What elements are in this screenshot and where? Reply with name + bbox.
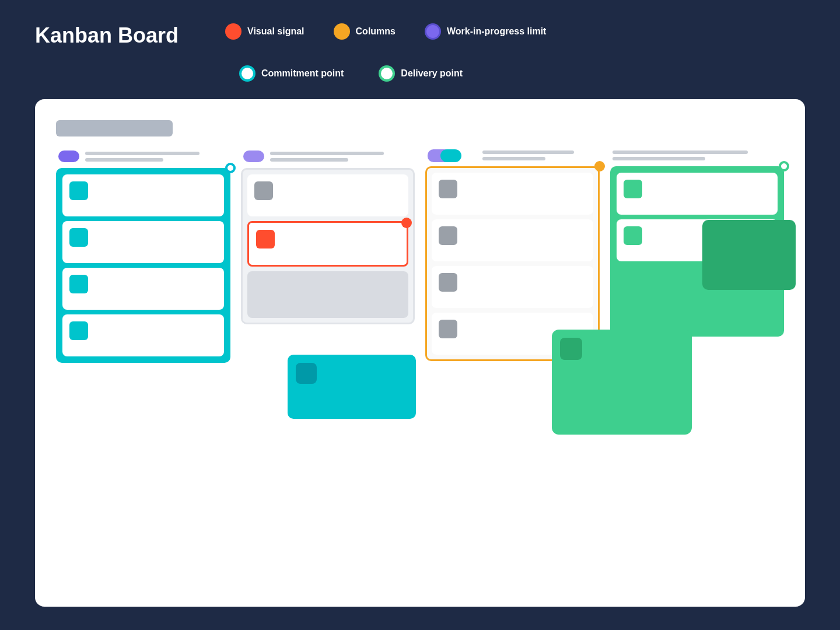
kanban-column-2	[241, 150, 415, 324]
col2-line2	[270, 158, 348, 162]
col2-ghost-card	[247, 271, 409, 318]
col1-header	[56, 150, 230, 162]
visual-signal-dot	[401, 218, 412, 228]
col3-header	[425, 150, 600, 160]
col4-card1	[617, 173, 778, 215]
page-title: Kanban Board	[35, 23, 178, 48]
col3-card1-icon	[439, 180, 457, 198]
col2-lines	[270, 152, 413, 162]
col1-line1	[85, 152, 200, 155]
big-block-icon	[560, 338, 582, 360]
board-title-bar	[56, 120, 784, 136]
columns-area	[56, 150, 784, 586]
col4-card1-icon	[624, 180, 642, 198]
col3-card4-icon	[439, 320, 457, 338]
col4-lines	[612, 150, 782, 160]
commitment-dot-col1	[225, 163, 236, 173]
col3-pill-teal	[440, 149, 461, 162]
wip-limit-icon	[425, 23, 441, 40]
drag-card	[288, 355, 416, 419]
col2-line1	[270, 152, 384, 155]
col2-card1	[247, 174, 409, 216]
col1-card3	[62, 268, 224, 310]
col3-line2	[482, 157, 545, 160]
col4-card2-icon	[624, 226, 642, 245]
col1-card1	[62, 174, 224, 216]
legend-item-wip: Work-in-progress limit	[425, 23, 546, 40]
col2-card2-red	[247, 221, 409, 267]
col3-card3-icon	[439, 273, 457, 292]
col3-card3	[432, 266, 593, 308]
delivery-dot-col4	[779, 161, 789, 172]
col4-line1	[612, 150, 748, 154]
commitment-point-label: Commitment point	[261, 68, 344, 79]
delivery-point-icon	[379, 65, 395, 82]
kanban-column-4	[610, 150, 785, 337]
col3-lines	[482, 150, 597, 160]
col1-card4	[62, 314, 224, 356]
col1-card3-icon	[69, 275, 88, 293]
col3-line1	[482, 150, 574, 154]
col3-card2	[432, 219, 593, 261]
col1-body	[56, 168, 230, 363]
col1-card1-icon	[69, 181, 88, 200]
col1-card4-icon	[69, 321, 88, 340]
columns-label: Columns	[356, 26, 396, 37]
col2-body	[241, 168, 415, 324]
visual-signal-icon	[225, 23, 242, 40]
visual-signal-label: Visual signal	[247, 26, 304, 37]
board-title-placeholder	[56, 120, 173, 136]
col3-card1	[432, 173, 593, 215]
col1-pill	[58, 150, 79, 162]
dark-green-extension	[702, 220, 796, 290]
drag-card-icon	[296, 363, 317, 384]
col2-card1-icon	[254, 181, 273, 200]
col1-card2	[62, 221, 224, 263]
delivery-point-label: Delivery point	[401, 68, 463, 79]
col3-card2-icon	[439, 226, 457, 245]
col2-header	[241, 150, 415, 162]
col1-card2-icon	[69, 228, 88, 247]
legend-row2: Commitment point Delivery point	[239, 65, 805, 82]
wip-limit-label: Work-in-progress limit	[447, 26, 546, 37]
kanban-board	[35, 99, 805, 607]
col4-header	[610, 150, 785, 160]
col2-pill	[243, 150, 264, 162]
legend-item-commitment: Commitment point	[239, 65, 344, 82]
wip-limit-dot	[594, 161, 605, 172]
legend: Visual signal Columns Work-in-progress l…	[225, 23, 546, 40]
legend-item-visual-signal: Visual signal	[225, 23, 304, 40]
kanban-column-1	[56, 150, 230, 363]
columns-icon	[334, 23, 350, 40]
col1-lines	[85, 152, 228, 162]
legend-item-delivery: Delivery point	[379, 65, 463, 82]
legend-item-columns: Columns	[334, 23, 396, 40]
big-green-block	[552, 330, 692, 435]
col2-card2-icon	[256, 230, 275, 249]
col1-line2	[85, 158, 163, 162]
col4-line2	[612, 157, 706, 160]
commitment-point-icon	[239, 65, 256, 82]
page-header: Kanban Board Visual signal Columns Work-…	[35, 23, 805, 48]
